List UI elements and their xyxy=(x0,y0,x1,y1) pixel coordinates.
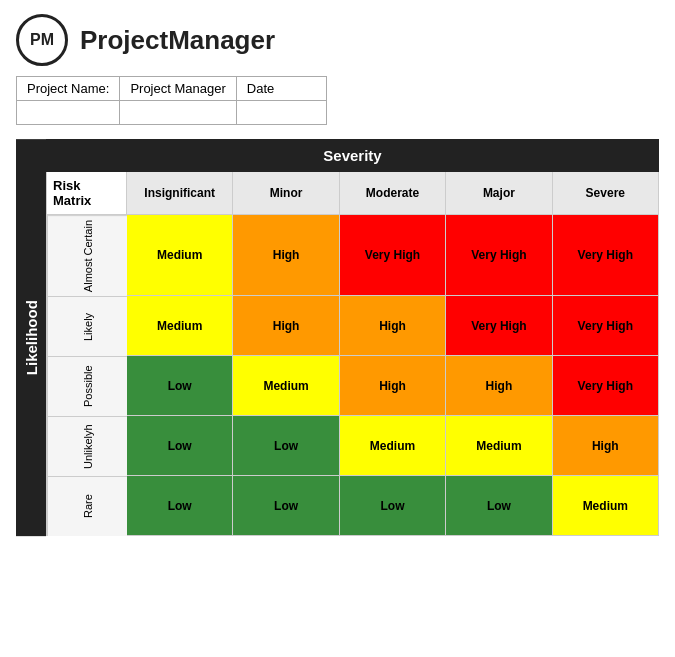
date-label: Date xyxy=(236,77,326,101)
info-table: Project Name: Project Manager Date xyxy=(16,76,327,125)
matrix-rows: Almost CertainMediumHighVery HighVery Hi… xyxy=(46,215,659,536)
row-label-0: Almost Certain xyxy=(47,215,127,296)
cell-r0-c1: High xyxy=(233,215,339,296)
project-name-label: Project Name: xyxy=(17,77,120,101)
cell-r3-c3: Medium xyxy=(446,416,552,476)
col-header-insignificant: Insignificant xyxy=(127,172,233,215)
row-label-1: Likely xyxy=(47,296,127,356)
header: PM ProjectManager xyxy=(0,0,675,76)
cell-r0-c3: Very High xyxy=(446,215,552,296)
row-label-3: Unlikelyh xyxy=(47,416,127,476)
severity-header: Severity xyxy=(46,139,659,172)
cell-r1-c0: Medium xyxy=(127,296,233,356)
matrix-grid: Risk Matrix Insignificant Minor Moderate… xyxy=(46,172,659,215)
col-header-severe: Severe xyxy=(553,172,659,215)
risk-matrix-wrapper: Likelihood Severity Risk Matrix Insignif… xyxy=(16,139,659,536)
cell-r1-c2: High xyxy=(340,296,446,356)
likelihood-label: Likelihood xyxy=(16,139,46,536)
project-manager-label: Project Manager xyxy=(120,77,236,101)
cell-r4-c2: Low xyxy=(340,476,446,536)
cell-r2-c3: High xyxy=(446,356,552,416)
cell-r3-c4: High xyxy=(553,416,659,476)
app-title: ProjectManager xyxy=(80,25,275,56)
cell-r0-c2: Very High xyxy=(340,215,446,296)
row-label-2: Possible xyxy=(47,356,127,416)
cell-r3-c0: Low xyxy=(127,416,233,476)
cell-r3-c1: Low xyxy=(233,416,339,476)
cell-r2-c4: Very High xyxy=(553,356,659,416)
cell-r0-c0: Medium xyxy=(127,215,233,296)
matrix-inner: Severity Risk Matrix Insignificant Minor… xyxy=(46,139,659,536)
cell-r2-c0: Low xyxy=(127,356,233,416)
cell-r1-c1: High xyxy=(233,296,339,356)
col-header-major: Major xyxy=(446,172,552,215)
col-header-minor: Minor xyxy=(233,172,339,215)
cell-r4-c0: Low xyxy=(127,476,233,536)
cell-r3-c2: Medium xyxy=(340,416,446,476)
cell-r2-c1: Medium xyxy=(233,356,339,416)
col-header-moderate: Moderate xyxy=(340,172,446,215)
date-value[interactable] xyxy=(236,101,326,125)
cell-r1-c3: Very High xyxy=(446,296,552,356)
logo: PM xyxy=(16,14,68,66)
risk-matrix-title: Risk Matrix xyxy=(47,172,127,215)
cell-r2-c2: High xyxy=(340,356,446,416)
project-manager-value[interactable] xyxy=(120,101,236,125)
project-name-value[interactable] xyxy=(17,101,120,125)
cell-r0-c4: Very High xyxy=(553,215,659,296)
cell-r4-c4: Medium xyxy=(553,476,659,536)
cell-r1-c4: Very High xyxy=(553,296,659,356)
cell-r4-c1: Low xyxy=(233,476,339,536)
row-label-4: Rare xyxy=(47,476,127,536)
cell-r4-c3: Low xyxy=(446,476,552,536)
